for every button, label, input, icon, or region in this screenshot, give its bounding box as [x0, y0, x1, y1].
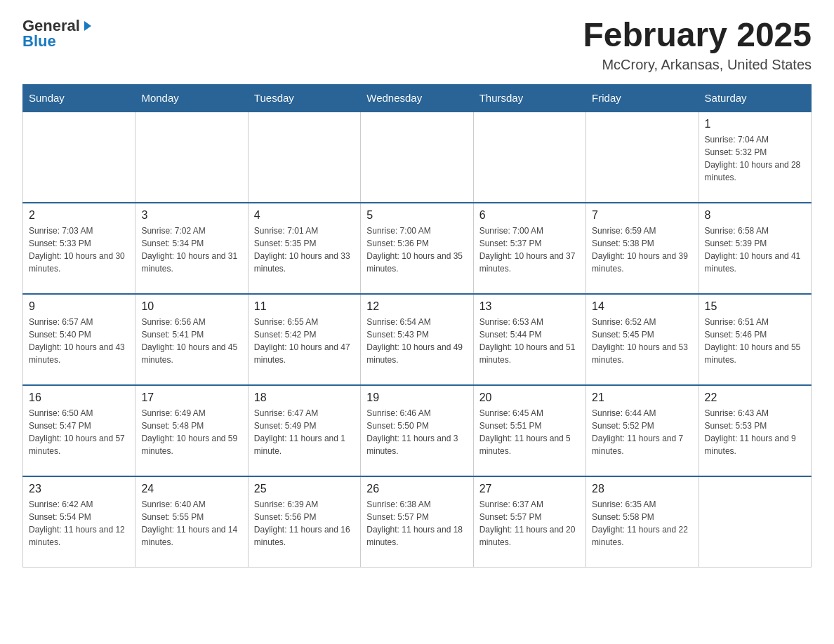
- calendar-day-cell: 28Sunrise: 6:35 AM Sunset: 5:58 PM Dayli…: [586, 476, 699, 568]
- day-info: Sunrise: 6:56 AM Sunset: 5:41 PM Dayligh…: [141, 316, 241, 366]
- day-info: Sunrise: 7:00 AM Sunset: 5:37 PM Dayligh…: [479, 224, 580, 275]
- day-number: 19: [366, 391, 467, 404]
- day-number: 12: [366, 300, 467, 313]
- logo: General Blue: [22, 17, 94, 51]
- calendar-weekday-header: Wednesday: [361, 84, 473, 112]
- day-info: Sunrise: 6:49 AM Sunset: 5:48 PM Dayligh…: [141, 407, 241, 457]
- calendar-day-cell: 16Sunrise: 6:50 AM Sunset: 5:47 PM Dayli…: [23, 385, 135, 476]
- day-number: 20: [479, 391, 580, 404]
- calendar-weekday-header: Monday: [135, 84, 248, 112]
- calendar-day-cell: 10Sunrise: 6:56 AM Sunset: 5:41 PM Dayli…: [135, 294, 248, 385]
- calendar-day-cell: 13Sunrise: 6:53 AM Sunset: 5:44 PM Dayli…: [473, 294, 585, 385]
- logo-blue-text: Blue: [22, 32, 56, 51]
- day-info: Sunrise: 6:54 AM Sunset: 5:43 PM Dayligh…: [366, 316, 467, 366]
- day-number: 17: [141, 391, 241, 404]
- day-number: 7: [592, 209, 692, 222]
- day-number: 15: [705, 300, 805, 313]
- calendar-day-cell: [361, 112, 473, 203]
- day-info: Sunrise: 6:35 AM Sunset: 5:58 PM Dayligh…: [592, 498, 692, 549]
- day-info: Sunrise: 6:51 AM Sunset: 5:46 PM Dayligh…: [705, 316, 805, 366]
- day-info: Sunrise: 7:02 AM Sunset: 5:34 PM Dayligh…: [141, 224, 241, 275]
- day-info: Sunrise: 6:55 AM Sunset: 5:42 PM Dayligh…: [254, 316, 355, 366]
- day-number: 23: [29, 483, 129, 495]
- day-number: 9: [29, 300, 129, 313]
- calendar-day-cell: 14Sunrise: 6:52 AM Sunset: 5:45 PM Dayli…: [586, 294, 699, 385]
- day-info: Sunrise: 6:47 AM Sunset: 5:49 PM Dayligh…: [254, 407, 355, 457]
- calendar-header-row: SundayMondayTuesdayWednesdayThursdayFrid…: [23, 84, 812, 112]
- calendar-day-cell: 2Sunrise: 7:03 AM Sunset: 5:33 PM Daylig…: [23, 203, 135, 294]
- calendar-day-cell: [586, 112, 699, 203]
- day-info: Sunrise: 6:39 AM Sunset: 5:56 PM Dayligh…: [254, 498, 355, 549]
- calendar-week-row: 23Sunrise: 6:42 AM Sunset: 5:54 PM Dayli…: [23, 476, 812, 568]
- calendar-week-row: 9Sunrise: 6:57 AM Sunset: 5:40 PM Daylig…: [23, 294, 812, 385]
- day-number: 14: [592, 300, 692, 313]
- day-info: Sunrise: 6:52 AM Sunset: 5:45 PM Dayligh…: [592, 316, 692, 366]
- day-number: 11: [254, 300, 355, 313]
- day-info: Sunrise: 6:43 AM Sunset: 5:53 PM Dayligh…: [705, 407, 805, 457]
- calendar-day-cell: 17Sunrise: 6:49 AM Sunset: 5:48 PM Dayli…: [135, 385, 248, 476]
- calendar-day-cell: 8Sunrise: 6:58 AM Sunset: 5:39 PM Daylig…: [699, 203, 811, 294]
- day-number: 25: [254, 483, 355, 495]
- calendar-day-cell: 23Sunrise: 6:42 AM Sunset: 5:54 PM Dayli…: [23, 476, 135, 568]
- day-number: 4: [254, 209, 355, 222]
- calendar-day-cell: 11Sunrise: 6:55 AM Sunset: 5:42 PM Dayli…: [248, 294, 360, 385]
- day-number: 3: [141, 209, 241, 222]
- calendar-day-cell: [699, 476, 811, 568]
- calendar-day-cell: 26Sunrise: 6:38 AM Sunset: 5:57 PM Dayli…: [361, 476, 473, 568]
- calendar-day-cell: 24Sunrise: 6:40 AM Sunset: 5:55 PM Dayli…: [135, 476, 248, 568]
- day-number: 1: [705, 118, 805, 130]
- title-block: February 2025 McCrory, Arkansas, United …: [583, 17, 812, 73]
- calendar-day-cell: 3Sunrise: 7:02 AM Sunset: 5:34 PM Daylig…: [135, 203, 248, 294]
- svg-marker-0: [84, 21, 91, 31]
- calendar-day-cell: 27Sunrise: 6:37 AM Sunset: 5:57 PM Dayli…: [473, 476, 585, 568]
- calendar-day-cell: 22Sunrise: 6:43 AM Sunset: 5:53 PM Dayli…: [699, 385, 811, 476]
- calendar-weekday-header: Friday: [586, 84, 699, 112]
- day-info: Sunrise: 6:42 AM Sunset: 5:54 PM Dayligh…: [29, 498, 129, 549]
- day-info: Sunrise: 6:53 AM Sunset: 5:44 PM Dayligh…: [479, 316, 580, 366]
- calendar-table: SundayMondayTuesdayWednesdayThursdayFrid…: [22, 84, 812, 568]
- calendar-day-cell: 19Sunrise: 6:46 AM Sunset: 5:50 PM Dayli…: [361, 385, 473, 476]
- calendar-weekday-header: Thursday: [473, 84, 585, 112]
- calendar-day-cell: [23, 112, 135, 203]
- day-info: Sunrise: 7:01 AM Sunset: 5:35 PM Dayligh…: [254, 224, 355, 275]
- day-number: 22: [705, 391, 805, 404]
- day-number: 26: [366, 483, 467, 495]
- day-info: Sunrise: 6:37 AM Sunset: 5:57 PM Dayligh…: [479, 498, 580, 549]
- page-title: February 2025: [583, 17, 812, 54]
- day-number: 24: [141, 483, 241, 495]
- day-info: Sunrise: 7:04 AM Sunset: 5:32 PM Dayligh…: [705, 133, 805, 184]
- day-number: 21: [592, 391, 692, 404]
- day-number: 10: [141, 300, 241, 313]
- day-number: 28: [592, 483, 692, 495]
- calendar-weekday-header: Saturday: [699, 84, 811, 112]
- calendar-day-cell: 21Sunrise: 6:44 AM Sunset: 5:52 PM Dayli…: [586, 385, 699, 476]
- day-number: 16: [29, 391, 129, 404]
- day-info: Sunrise: 6:44 AM Sunset: 5:52 PM Dayligh…: [592, 407, 692, 457]
- calendar-week-row: 16Sunrise: 6:50 AM Sunset: 5:47 PM Dayli…: [23, 385, 812, 476]
- day-info: Sunrise: 7:00 AM Sunset: 5:36 PM Dayligh…: [366, 224, 467, 275]
- day-info: Sunrise: 6:50 AM Sunset: 5:47 PM Dayligh…: [29, 407, 129, 457]
- calendar-day-cell: 18Sunrise: 6:47 AM Sunset: 5:49 PM Dayli…: [248, 385, 360, 476]
- day-info: Sunrise: 6:45 AM Sunset: 5:51 PM Dayligh…: [479, 407, 580, 457]
- day-info: Sunrise: 6:58 AM Sunset: 5:39 PM Dayligh…: [705, 224, 805, 275]
- day-number: 13: [479, 300, 580, 313]
- day-number: 27: [479, 483, 580, 495]
- day-number: 6: [479, 209, 580, 222]
- page-header: General Blue February 2025 McCrory, Arka…: [22, 17, 812, 73]
- calendar-day-cell: 4Sunrise: 7:01 AM Sunset: 5:35 PM Daylig…: [248, 203, 360, 294]
- calendar-week-row: 1Sunrise: 7:04 AM Sunset: 5:32 PM Daylig…: [23, 112, 812, 203]
- calendar-day-cell: 25Sunrise: 6:39 AM Sunset: 5:56 PM Dayli…: [248, 476, 360, 568]
- day-number: 5: [366, 209, 467, 222]
- calendar-day-cell: 1Sunrise: 7:04 AM Sunset: 5:32 PM Daylig…: [699, 112, 811, 203]
- day-info: Sunrise: 7:03 AM Sunset: 5:33 PM Dayligh…: [29, 224, 129, 275]
- calendar-day-cell: [135, 112, 248, 203]
- calendar-day-cell: 12Sunrise: 6:54 AM Sunset: 5:43 PM Dayli…: [361, 294, 473, 385]
- calendar-day-cell: 15Sunrise: 6:51 AM Sunset: 5:46 PM Dayli…: [699, 294, 811, 385]
- calendar-weekday-header: Sunday: [23, 84, 135, 112]
- calendar-week-row: 2Sunrise: 7:03 AM Sunset: 5:33 PM Daylig…: [23, 203, 812, 294]
- day-info: Sunrise: 6:46 AM Sunset: 5:50 PM Dayligh…: [366, 407, 467, 457]
- day-number: 8: [705, 209, 805, 222]
- day-info: Sunrise: 6:57 AM Sunset: 5:40 PM Dayligh…: [29, 316, 129, 366]
- calendar-day-cell: 20Sunrise: 6:45 AM Sunset: 5:51 PM Dayli…: [473, 385, 585, 476]
- calendar-day-cell: 6Sunrise: 7:00 AM Sunset: 5:37 PM Daylig…: [473, 203, 585, 294]
